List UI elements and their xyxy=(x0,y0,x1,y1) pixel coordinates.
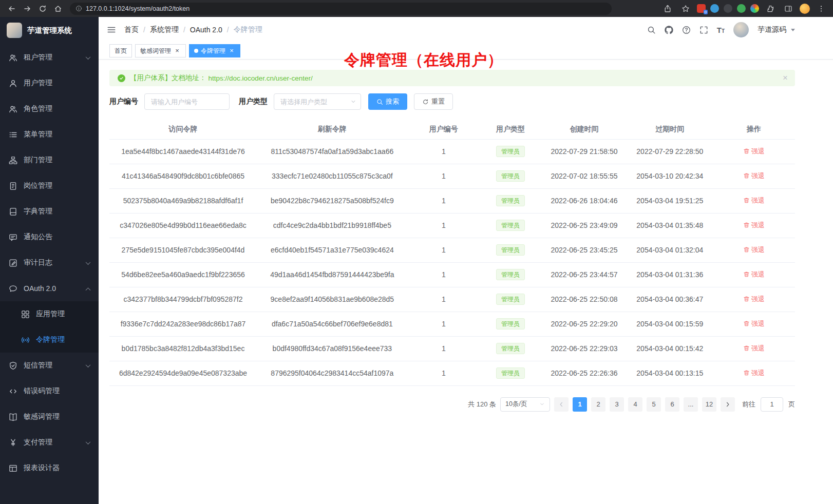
fullscreen-icon[interactable] xyxy=(699,26,708,34)
force-logout-button[interactable]: 强退 xyxy=(743,147,765,156)
cell-create-time: 2022-06-25 22:50:08 xyxy=(541,287,627,312)
user-type-select[interactable] xyxy=(274,93,361,110)
bookmark-star-icon[interactable] xyxy=(679,2,692,15)
address-bar[interactable]: 127.0.0.1:1024/system/oauth2/token xyxy=(70,3,612,15)
cell-refresh-token: 333ecfc71e02480cb11055c875c3ca0f xyxy=(257,164,408,188)
app-logo-row[interactable]: 芋道管理系统 xyxy=(0,17,99,44)
close-tab-icon[interactable]: × xyxy=(228,47,235,54)
force-logout-button[interactable]: 强退 xyxy=(743,171,765,181)
page-button-12[interactable]: 12 xyxy=(702,397,716,412)
sidebar-item-sensitive-word[interactable]: 敏感词管理 xyxy=(0,404,99,430)
sidebar-item-tenant[interactable]: 租户管理 xyxy=(0,45,99,70)
trash-icon xyxy=(743,296,750,302)
extension-icon[interactable] xyxy=(724,4,732,13)
reset-button[interactable]: 重置 xyxy=(414,93,453,110)
sidebar-item-sms[interactable]: 短信管理 xyxy=(0,353,99,378)
page-button-3[interactable]: 3 xyxy=(610,397,624,412)
chevron-down-icon[interactable] xyxy=(791,29,795,31)
users-icon xyxy=(9,53,17,62)
doc-link[interactable]: https://doc.iocoder.cn/user-center/ xyxy=(209,74,313,82)
sidebar-item-dept[interactable]: 部门管理 xyxy=(0,147,99,173)
user-id-input[interactable] xyxy=(144,93,230,110)
table-row: b0d1785bc3a8482f812db4a3f3bd15ecb0df4980… xyxy=(109,336,795,361)
table-row: c347026e805e4d99b0d116eae66eda8ccdfc4ce9… xyxy=(109,213,795,238)
close-tab-icon[interactable]: × xyxy=(174,47,181,54)
force-logout-button[interactable]: 强退 xyxy=(743,245,765,255)
sidebar-item-oauth2-app[interactable]: 应用管理 xyxy=(0,301,99,327)
force-logout-button[interactable]: 强退 xyxy=(743,319,765,328)
user-name[interactable]: 芋道源码 xyxy=(758,25,786,34)
github-icon[interactable] xyxy=(665,26,673,34)
next-page-button[interactable] xyxy=(721,397,735,412)
cell-expire-time: 2054-03-10 20:42:34 xyxy=(627,164,713,188)
browser-profile-avatar[interactable] xyxy=(800,4,810,14)
table-row: 6d842e2924594de9a09e45e087323abe8796295f… xyxy=(109,361,795,385)
sidebar-item-menu[interactable]: 菜单管理 xyxy=(0,122,99,147)
breadcrumb-item[interactable]: 系统管理 xyxy=(150,25,179,34)
share-icon[interactable] xyxy=(661,2,674,15)
browser-menu-icon[interactable] xyxy=(815,2,828,15)
sidebar-item-oauth2-token[interactable]: 令牌管理 xyxy=(0,327,99,353)
page-ellipsis[interactable]: ... xyxy=(684,397,698,412)
cell-expire-time: 2054-03-04 00:13:15 xyxy=(627,361,713,385)
sidebar-item-role[interactable]: 角色管理 xyxy=(0,96,99,122)
sidebar-item-dict[interactable]: 字典管理 xyxy=(0,199,99,224)
breadcrumb-item[interactable]: 首页 xyxy=(124,25,139,34)
cell-access-token: 41c41346a548490f9dc8b01c6bfe0865 xyxy=(109,164,257,188)
font-size-icon[interactable]: TT xyxy=(717,26,725,34)
sidebar-item-audit-log[interactable]: 审计日志 xyxy=(0,250,99,276)
browser-back-icon[interactable] xyxy=(5,2,18,15)
cell-expire-time: 2054-03-04 01:32:04 xyxy=(627,238,713,262)
extensions-puzzle-icon[interactable] xyxy=(764,2,777,15)
force-logout-button[interactable]: 强退 xyxy=(743,221,765,230)
extension-icon[interactable]: 0 xyxy=(697,4,706,13)
search-button[interactable]: 搜索 xyxy=(368,93,407,110)
goto-unit: 页 xyxy=(788,400,795,409)
page-button-5[interactable]: 5 xyxy=(647,397,661,412)
table-row: c342377bf8b344799dcbf7bf095287f29ce8ef2a… xyxy=(109,287,795,312)
side-panel-icon[interactable] xyxy=(782,2,795,15)
page-button-2[interactable]: 2 xyxy=(591,397,605,412)
tab-home[interactable]: 首页 xyxy=(109,44,132,57)
goto-page-input[interactable] xyxy=(761,397,783,412)
sidebar-item-label: 令牌管理 xyxy=(36,335,65,344)
sidebar-item-user[interactable]: 用户管理 xyxy=(0,70,99,96)
page-button-1[interactable]: 1 xyxy=(573,397,587,412)
browser-home-icon[interactable] xyxy=(51,2,65,15)
breadcrumb-item[interactable]: OAuth 2.0 xyxy=(190,26,222,34)
force-logout-button[interactable]: 强退 xyxy=(743,295,765,304)
sidebar-item-report-designer[interactable]: 报表设计器 xyxy=(0,455,99,481)
site-info-icon[interactable] xyxy=(75,5,82,12)
sidebar-item-oauth2[interactable]: OAuth 2.0 xyxy=(0,276,99,301)
sidebar-item-error-code[interactable]: 错误码管理 xyxy=(0,378,99,404)
extension-icon[interactable] xyxy=(737,4,746,13)
prev-page-button[interactable] xyxy=(554,397,569,412)
page-size-select[interactable]: 10条/页 xyxy=(500,397,550,412)
force-logout-button[interactable]: 强退 xyxy=(743,369,765,378)
search-icon[interactable] xyxy=(647,26,656,34)
user-type-badge: 管理员 xyxy=(496,170,525,182)
browser-forward-icon[interactable] xyxy=(21,2,34,15)
cell-actions: 强退 xyxy=(713,188,795,213)
page-button-4[interactable]: 4 xyxy=(628,397,642,412)
collapse-sidebar-icon[interactable] xyxy=(107,25,116,34)
force-logout-button[interactable]: 强退 xyxy=(743,344,765,353)
force-logout-button[interactable]: 强退 xyxy=(743,270,765,279)
user-avatar[interactable] xyxy=(733,22,749,37)
cell-expire-time: 2054-03-04 19:51:25 xyxy=(627,188,713,213)
cell-user-type: 管理员 xyxy=(480,238,541,262)
tab-sensitive-word[interactable]: 敏感词管理× xyxy=(135,44,186,57)
cell-user-type: 管理员 xyxy=(480,139,541,164)
tab-token[interactable]: 令牌管理× xyxy=(189,44,240,57)
sidebar-item-notice[interactable]: 通知公告 xyxy=(0,224,99,250)
extension-icon[interactable] xyxy=(710,4,719,13)
browser-reload-icon[interactable] xyxy=(36,2,49,15)
sidebar-item-post[interactable]: 岗位管理 xyxy=(0,173,99,199)
help-icon[interactable] xyxy=(682,26,691,34)
sidebar-item-pay[interactable]: 支付管理 xyxy=(0,430,99,455)
extension-icon[interactable] xyxy=(750,4,759,13)
page-button-6[interactable]: 6 xyxy=(665,397,679,412)
force-logout-button[interactable]: 强退 xyxy=(743,196,765,205)
refresh-icon xyxy=(422,99,429,105)
alert-close-icon[interactable]: × xyxy=(783,73,788,83)
